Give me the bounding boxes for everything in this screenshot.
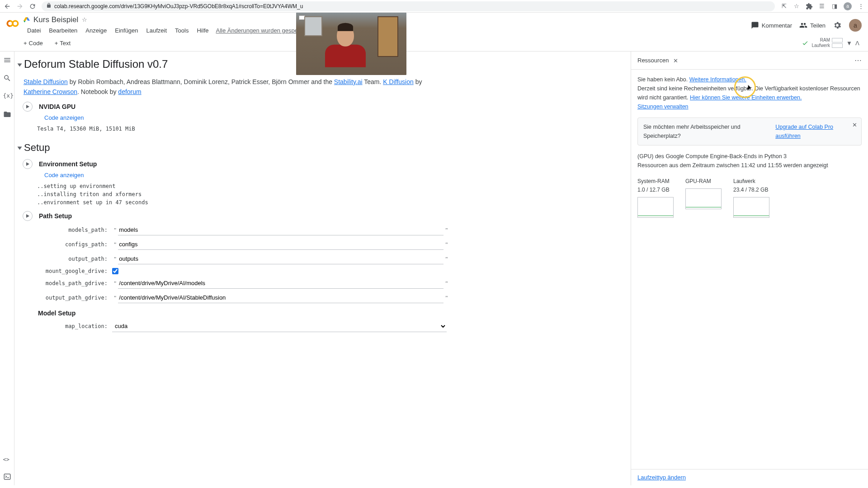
panel-more-icon[interactable]: ⋯ — [854, 56, 862, 65]
output-path-gdrive-input[interactable] — [118, 292, 443, 303]
extensions-icon[interactable] — [806, 3, 813, 10]
disk-mini-graph — [832, 43, 843, 48]
intro-text: Stable Diffusion by Robin Rombach, Andre… — [18, 77, 627, 97]
browser-chrome: colab.research.google.com/drive/13G9KHyM… — [0, 0, 868, 13]
menu-bearbeiten[interactable]: Bearbeiten — [45, 25, 81, 36]
section-toggle-icon[interactable] — [18, 146, 22, 150]
comment-label: Kommentar — [762, 22, 792, 29]
gpu-ram-graph — [685, 188, 722, 209]
url-text: colab.research.google.com/drive/13G9KHyM… — [54, 3, 303, 9]
mount-gdrive-checkbox[interactable] — [112, 268, 118, 274]
gear-icon[interactable] — [833, 21, 842, 30]
svg-point-1 — [13, 21, 18, 26]
side-panel-icon[interactable]: ◨ — [831, 3, 838, 10]
notebook-title[interactable]: Kurs Beispiel — [33, 15, 78, 24]
resources-panel: Ressourcen ✕ ⋯ Sie haben kein Abo. Weite… — [631, 52, 868, 485]
runtime-status[interactable]: RAM Laufwerk — [802, 38, 843, 48]
path-setup-cell: Path Setup models_path: " " configs_path… — [18, 211, 627, 332]
terminal-icon[interactable] — [3, 473, 11, 481]
menu-tools[interactable]: Tools — [171, 25, 192, 36]
models-path-row: models_path: " " — [44, 225, 627, 235]
gpu-cell: NVIDIA GPU Code anzeigen Tesla T4, 15360… — [18, 102, 627, 133]
menu-datei[interactable]: Datei — [24, 25, 44, 36]
webcam-overlay[interactable] — [296, 13, 406, 75]
kdiffusion-link[interactable]: K Diffusion — [383, 78, 413, 85]
manage-sessions-link[interactable]: Sitzungen verwalten — [637, 103, 689, 110]
browser-avatar[interactable]: a — [844, 2, 852, 10]
close-icon[interactable]: ✕ — [673, 57, 679, 64]
menu-einfuegen[interactable]: Einfügen — [111, 25, 142, 36]
menu-laufzeit[interactable]: Laufzeit — [143, 25, 171, 36]
disk-label: Laufwerk — [811, 43, 830, 48]
buy-units-link[interactable]: Hier können Sie weitere Einheiten erwerb… — [690, 94, 802, 101]
add-text-button[interactable]: + Text — [50, 38, 75, 48]
models-path-input[interactable] — [118, 225, 443, 235]
user-avatar[interactable]: a — [849, 19, 862, 32]
lock-icon — [46, 3, 54, 9]
url-bar[interactable]: colab.research.google.com/drive/13G9KHyM… — [42, 1, 775, 11]
panel-title: Ressourcen — [637, 57, 669, 64]
output-path-gdrive-row: output_path_gdrive: " " — [44, 292, 627, 303]
collapse-header-icon[interactable]: ᐱ — [855, 40, 862, 47]
share-screen-icon[interactable]: ⇱ — [780, 3, 788, 10]
disk-card: Laufwerk 23.4 / 78.2 GB — [733, 177, 771, 218]
cell-title: Environment Setup — [39, 160, 97, 168]
change-runtime-link[interactable]: Laufzeittyp ändern — [637, 474, 686, 481]
katherine-link[interactable]: Katherine Crowson — [24, 88, 77, 95]
configs-path-row: configs_path: " " — [44, 239, 627, 250]
run-cell-button[interactable] — [23, 102, 33, 112]
timerange-text: Ressourcen aus dem Zeitraum zwischen 11:… — [637, 161, 862, 170]
colab-logo-icon[interactable] — [6, 17, 19, 30]
more-info-link[interactable]: Weitere Informationen. — [689, 76, 746, 83]
stability-link[interactable]: Stability.ai — [334, 78, 363, 85]
add-code-button[interactable]: + Code — [19, 38, 47, 48]
svg-rect-2 — [4, 474, 10, 479]
comment-button[interactable]: Kommentar — [751, 21, 792, 29]
map-location-select[interactable]: cuda — [112, 320, 447, 332]
toolbar: + Code + Text RAM Laufwerk ▼ ᐱ — [0, 36, 868, 52]
model-setup-heading: Model Setup — [38, 310, 627, 317]
cell-title: Path Setup — [39, 212, 72, 220]
bookmark-star-icon[interactable]: ☆ — [793, 3, 800, 10]
gpu-ram-card: GPU-RAM — [685, 177, 723, 218]
share-label: Teilen — [810, 22, 826, 29]
ram-label: RAM — [820, 38, 830, 43]
back-icon[interactable] — [4, 3, 11, 10]
search-icon[interactable] — [3, 74, 11, 82]
menu-hilfe[interactable]: Hilfe — [193, 25, 212, 36]
output-path-input[interactable] — [118, 253, 443, 264]
star-icon[interactable]: ☆ — [82, 16, 89, 23]
share-button[interactable]: Teilen — [799, 21, 826, 29]
forward-icon[interactable] — [16, 3, 24, 10]
reload-icon[interactable] — [29, 3, 36, 10]
cell-output: Tesla T4, 15360 MiB, 15101 MiB — [37, 125, 627, 133]
browser-menu-icon[interactable]: ⋮ — [857, 3, 864, 10]
notebook-content: Deforum Stable Diffusion v0.7 Stable Dif… — [14, 52, 631, 485]
system-ram-card: System-RAM 1.0 / 12.7 GB — [637, 177, 675, 218]
setup-heading: Setup — [18, 142, 627, 154]
backend-text: (GPU) des Google Compute Engine-Back-End… — [637, 152, 862, 161]
menu-anzeige[interactable]: Anzeige — [82, 25, 110, 36]
files-icon[interactable] — [3, 110, 11, 118]
models-path-gdrive-input[interactable] — [118, 278, 443, 289]
section-toggle-icon[interactable] — [18, 63, 22, 66]
run-cell-button[interactable] — [23, 211, 33, 221]
upgrade-link[interactable]: Upgrade auf Colab Pro ausführen — [775, 122, 856, 141]
reading-list-icon[interactable]: ☰ — [818, 3, 826, 10]
map-location-row: map_location: cuda — [44, 320, 627, 332]
cell-title: NVIDIA GPU — [39, 103, 75, 110]
variables-icon[interactable]: {x} — [3, 92, 11, 100]
toc-icon[interactable] — [3, 56, 11, 64]
ram-mini-graph — [832, 38, 843, 42]
deforum-link[interactable]: deforum — [118, 88, 141, 95]
show-code-link[interactable]: Code anzeigen — [44, 114, 627, 121]
left-rail: {x} <> — [0, 52, 14, 485]
env-setup-cell: Environment Setup Code anzeigen ..settin… — [18, 159, 627, 206]
show-code-link[interactable]: Code anzeigen — [44, 172, 627, 178]
run-cell-button[interactable] — [23, 159, 33, 169]
close-icon[interactable]: ✕ — [852, 121, 858, 130]
stable-diffusion-link[interactable]: Stable Diffusion — [24, 78, 68, 85]
code-snippets-icon[interactable]: <> — [3, 456, 11, 465]
runtime-dropdown-icon[interactable]: ▼ — [846, 40, 852, 47]
configs-path-input[interactable] — [118, 239, 443, 250]
